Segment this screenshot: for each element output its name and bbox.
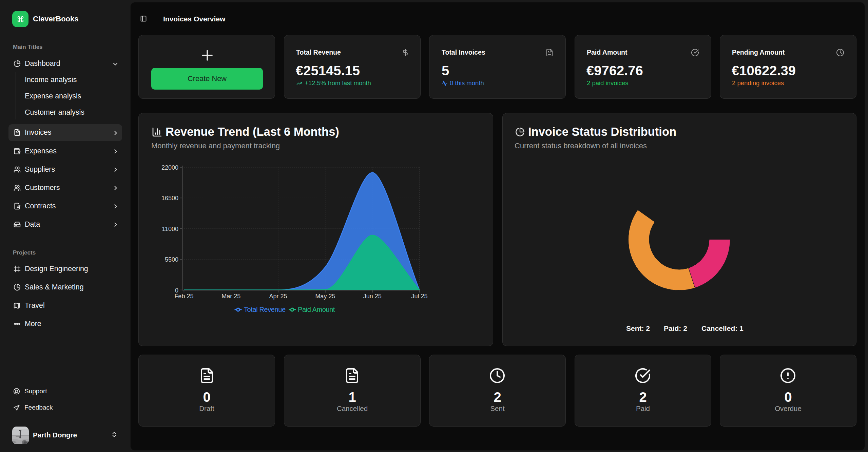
svg-text:Jun 25: Jun 25 xyxy=(363,293,382,300)
svg-text:Paid Amount: Paid Amount xyxy=(298,306,335,313)
svg-text:22000: 22000 xyxy=(161,164,178,171)
svg-text:5500: 5500 xyxy=(165,256,178,263)
svg-text:Cancelled: 1: Cancelled: 1 xyxy=(701,324,744,332)
svg-text:Sent: 2: Sent: 2 xyxy=(626,324,650,332)
svg-text:16500: 16500 xyxy=(161,195,178,202)
svg-text:Feb 25: Feb 25 xyxy=(174,293,193,300)
svg-text:Paid: 2: Paid: 2 xyxy=(664,324,687,332)
svg-text:May 25: May 25 xyxy=(315,293,335,300)
svg-text:11000: 11000 xyxy=(162,226,178,232)
svg-text:Apr 25: Apr 25 xyxy=(269,293,287,300)
svg-text:Mar 25: Mar 25 xyxy=(221,293,240,300)
svg-text:Jul 25: Jul 25 xyxy=(411,293,428,300)
svg-text:Total Revenue: Total Revenue xyxy=(244,306,286,313)
